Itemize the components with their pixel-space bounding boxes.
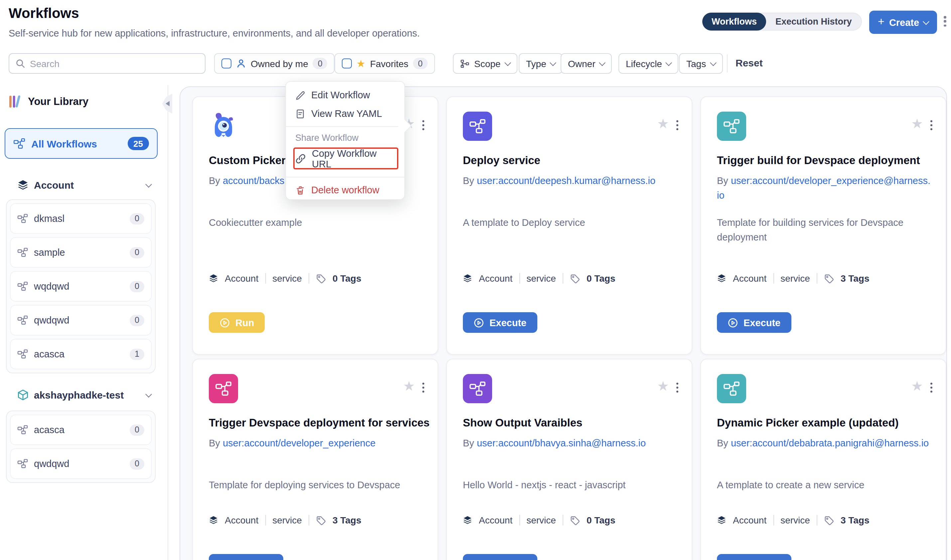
card-tags-count: 3 Tags [841, 273, 869, 284]
card-more-menu[interactable] [420, 381, 426, 395]
plus-icon: + [878, 15, 885, 29]
card-footer: Account service 3 Tags [717, 273, 869, 284]
page-subtitle: Self-service hub for new applications, i… [9, 28, 420, 38]
search-input[interactable] [30, 58, 199, 69]
menu-item-view-raw-yaml[interactable]: View Raw YAML [286, 104, 404, 123]
header-more-menu[interactable] [942, 14, 948, 29]
owner-dropdown[interactable]: Owner [560, 53, 612, 74]
sidebar-group-account[interactable]: Account [17, 179, 151, 191]
menu-item-copy-workflow-url[interactable]: Copy Workflow URL [286, 144, 404, 173]
sidebar-group-akshayphadke-test[interactable]: akshayphadke-test [17, 389, 151, 401]
sidebar-collapse-button[interactable] [162, 94, 172, 114]
run-button[interactable]: Run [209, 312, 265, 333]
account-items-container: dkmasl 0 sample 0 [6, 199, 156, 373]
item-count-badge: 0 [130, 315, 144, 326]
reset-filters-button[interactable]: Reset [735, 57, 763, 68]
chevron-down-icon [666, 59, 672, 66]
file-icon [295, 109, 305, 118]
favorites-filter[interactable]: ★ Favorites 0 [335, 53, 435, 74]
card-type: service [272, 273, 302, 284]
chevron-down-icon [923, 18, 929, 25]
favorite-star-icon[interactable]: ★ [911, 379, 923, 392]
workflow-icon [717, 374, 746, 403]
workflow-icon [13, 137, 25, 149]
workflow-icon [17, 281, 28, 292]
menu-item-delete-workflow[interactable]: Delete workflow [286, 181, 404, 199]
sidebar-item-acasca[interactable]: acasca 1 [10, 339, 151, 369]
menu-item-edit-workflow[interactable]: Edit Workflow [286, 86, 404, 104]
card-more-menu[interactable] [420, 118, 426, 132]
lifecycle-dropdown[interactable]: Lifecycle [619, 53, 679, 74]
sidebar-item-all-workflows[interactable]: All Workflows 25 [5, 128, 157, 159]
card-tags-count: 0 Tags [587, 273, 616, 284]
favorite-star-icon[interactable]: ★ [911, 117, 923, 130]
workflow-icon [17, 458, 28, 469]
favorites-label: Favorites [370, 58, 408, 69]
link-icon [295, 154, 306, 164]
tab-workflows[interactable]: Workflows [702, 12, 766, 31]
favorite-star-icon[interactable]: ★ [403, 379, 415, 392]
card-more-menu[interactable] [674, 381, 680, 395]
workflow-icon [17, 349, 28, 359]
owner-link[interactable]: user:account/developer_experience [223, 438, 375, 448]
item-count-badge: 0 [130, 213, 144, 224]
favorite-star-icon[interactable]: ★ [657, 379, 669, 392]
owned-by-me-checkbox[interactable] [221, 58, 232, 68]
library-header: Your Library [9, 94, 88, 109]
layers-icon [17, 179, 29, 191]
tags-dropdown[interactable]: Tags [679, 53, 723, 74]
play-icon [474, 317, 484, 328]
workflow-card-deploy-service[interactable]: ★ Deploy service By user:account/deepesh… [446, 96, 692, 355]
sidebar-item-qwdqwd[interactable]: qwdqwd 0 [10, 305, 151, 335]
tag-icon [316, 515, 326, 525]
sidebar-item-sample[interactable]: sample 0 [10, 237, 151, 268]
execute-button[interactable]: Execute [463, 554, 537, 560]
scope-dropdown[interactable]: Scope [453, 53, 517, 74]
workflow-card-trigger-build[interactable]: ★ Trigger build for Devspace deployment … [700, 96, 946, 355]
execute-button[interactable]: Execute [463, 312, 537, 333]
favorites-count: 0 [413, 58, 428, 69]
card-footer: Account service 3 Tags [717, 515, 869, 525]
owned-by-me-filter[interactable]: Owned by me 0 [214, 53, 335, 74]
type-dropdown[interactable]: Type [519, 53, 563, 74]
card-description: A template to Deploy service [463, 215, 678, 230]
sidebar-item-acasca-2[interactable]: acasca 0 [10, 414, 151, 445]
create-button[interactable]: + Create [869, 11, 937, 34]
execute-button[interactable]: Execute [717, 554, 791, 560]
favorites-checkbox[interactable] [342, 58, 352, 68]
card-description: Cookiecutter example [209, 215, 424, 230]
search-box [9, 53, 205, 74]
tab-execution-history[interactable]: Execution History [766, 12, 861, 31]
layers-icon [717, 274, 726, 283]
execute-button[interactable]: Execute [209, 554, 283, 560]
chevron-down-icon [505, 59, 511, 66]
owner-link[interactable]: user:account/deepesh.kumar@harness.io [477, 175, 655, 186]
workflow-icon [209, 374, 238, 403]
workflow-card-dynamic-picker[interactable]: ★ Dynamic Picker example (updated) By us… [700, 359, 946, 560]
workflow-card-show-output[interactable]: ★ Show Output Varaibles By user:account/… [446, 359, 692, 560]
card-more-menu[interactable] [928, 118, 934, 132]
workflow-card-trigger-devspace[interactable]: ★ Trigger Devspace deployment for servic… [192, 359, 438, 560]
execute-button[interactable]: Execute [717, 312, 791, 333]
sidebar-item-qwdqwd-2[interactable]: qwdqwd 0 [10, 448, 151, 479]
card-more-menu[interactable] [674, 118, 680, 132]
item-count-badge: 1 [130, 348, 144, 360]
card-scope: Account [479, 273, 513, 284]
favorite-star-icon[interactable]: ★ [657, 117, 669, 130]
item-count-badge: 0 [130, 458, 144, 469]
sidebar-item-dkmasl[interactable]: dkmasl 0 [10, 203, 151, 234]
owner-link[interactable]: user:account/bhavya.sinha@harness.io [477, 438, 646, 448]
owner-link[interactable]: account/backs [223, 175, 284, 186]
chevron-left-icon [165, 101, 170, 106]
layers-icon [463, 515, 472, 525]
owner-link[interactable]: user:account/developer_experience@harnes… [717, 175, 930, 201]
chevron-down-icon [145, 181, 152, 187]
workflow-icon [17, 247, 28, 258]
workflow-icon [463, 112, 492, 141]
card-scope: Account [225, 273, 258, 284]
card-more-menu[interactable] [928, 381, 934, 395]
card-footer: Account service 0 Tags [463, 515, 616, 525]
owner-link[interactable]: user:account/debabrata.panigrahi@harness… [731, 438, 929, 448]
card-title: Trigger Devspace deployment for services [209, 417, 428, 429]
sidebar-item-wqdqwd[interactable]: wqdqwd 0 [10, 271, 151, 302]
